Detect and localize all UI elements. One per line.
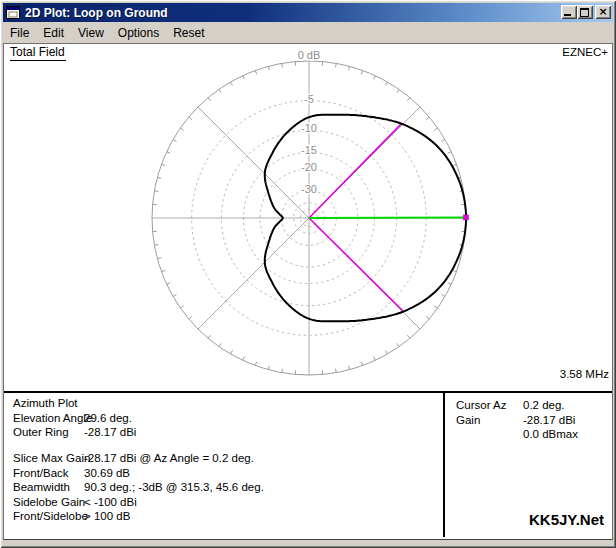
ring-tick <box>167 152 171 154</box>
ring-tick <box>349 66 350 70</box>
ring-tick <box>448 152 452 154</box>
plot-stats-divider <box>4 391 612 393</box>
stat-slice-max-gain-value: -28.17 dBi @ Az Angle = 0.2 deg. <box>84 452 254 464</box>
ring-tick <box>231 351 233 354</box>
ring-tick <box>268 66 269 70</box>
cursor-stat-gain-value: -28.17 dBi <box>523 414 575 426</box>
ring-tick <box>407 335 410 338</box>
spoke-line <box>198 107 309 218</box>
watermark-label: KK5JY.Net <box>529 511 604 528</box>
ring-tick <box>180 306 183 308</box>
ring-tick <box>219 89 221 92</box>
cursor-stat-gain: Gain-28.17 dBi <box>456 414 575 426</box>
ring-tick <box>442 295 445 297</box>
ring-tick <box>154 245 158 246</box>
ring-tick <box>189 316 192 319</box>
ring-tick <box>349 366 350 370</box>
stat-azimuth-plot: Azimuth Plot <box>13 397 84 409</box>
ring-tick <box>243 357 245 361</box>
ring-tick <box>161 164 165 165</box>
cursor-stat-cursor-az-value: 0.2 deg. <box>523 399 565 411</box>
ring-label: -15 <box>301 144 317 156</box>
cursor-stat-cursor-az: Cursor Az0.2 deg. <box>456 399 565 411</box>
ring-tick <box>336 369 337 373</box>
ring-tick <box>448 283 452 285</box>
ring-label: -10 <box>301 122 317 134</box>
ring-tick <box>386 351 388 354</box>
ring-tick <box>189 117 192 120</box>
stat-sidelobe-gain: Sidelobe Gain< -100 dBi <box>13 496 137 508</box>
ring-tick <box>282 63 283 67</box>
ring-tick <box>173 295 176 297</box>
app-name-label: EZNEC+ <box>562 46 608 58</box>
cursor-marker <box>463 215 468 220</box>
stat-beamwidth-value: 90.3 deg.; -3dB @ 315.3, 45.6 deg. <box>84 481 264 493</box>
ring-tick <box>219 343 221 346</box>
ring-tick <box>386 82 388 85</box>
stat-beamwidth-label: Beamwidth <box>13 481 84 493</box>
ring-tick <box>453 164 457 165</box>
ring-tick <box>434 128 437 130</box>
cursor-azimuth-line <box>309 217 466 218</box>
stat-front-back-value: 30.69 dB <box>84 467 130 479</box>
ring-tick <box>397 343 399 346</box>
stat-outer-ring: Outer Ring-28.17 dBi <box>13 426 136 438</box>
stat-front-back-label: Front/Back <box>13 467 84 479</box>
stat-front-back: Front/Back30.69 dB <box>13 467 130 479</box>
cursor-stat-gain-label: Gain <box>456 414 523 426</box>
ring-tick <box>397 89 399 92</box>
ring-tick <box>255 70 256 74</box>
ring-label: 0 dB <box>298 49 321 61</box>
stat-slice-max-gain-label: Slice Max Gain <box>13 452 84 464</box>
stat-front-sidelobe-value: > 100 dB <box>84 510 130 522</box>
ring-tick <box>157 258 161 259</box>
stats-cursor-divider <box>443 393 445 537</box>
ring-tick <box>180 128 183 130</box>
ring-tick <box>161 270 165 271</box>
ring-tick <box>231 82 233 85</box>
stat-outer-ring-value: -28.17 dBi <box>84 426 136 438</box>
stat-sidelobe-gain-label: Sidelobe Gain <box>13 496 84 508</box>
stat-elevation-angle-value: 29.6 deg. <box>84 412 132 424</box>
ring-tick <box>442 140 445 142</box>
stat-slice-max-gain: Slice Max Gain-28.17 dBi @ Az Angle = 0.… <box>13 452 254 464</box>
ring-tick <box>157 177 161 178</box>
stat-azimuth-plot-label: Azimuth Plot <box>13 397 84 409</box>
cursor-stat-dbmax: 0.0 dBmax <box>456 428 578 440</box>
cursor-stat-cursor-az-label: Cursor Az <box>456 399 523 411</box>
stat-outer-ring-label: Outer Ring <box>13 426 84 438</box>
ring-tick <box>173 140 176 142</box>
ring-tick <box>374 357 376 361</box>
stat-beamwidth: Beamwidth90.3 deg.; -3dB @ 315.3, 45.6 d… <box>13 481 264 493</box>
ring-tick <box>167 283 171 285</box>
ring-tick <box>361 362 362 366</box>
ring-tick <box>426 117 429 120</box>
stat-front-sidelobe-label: Front/Sidelobe <box>13 510 84 522</box>
ring-tick <box>453 270 457 271</box>
app-window: 2D Plot: Loop on Ground × File Edit View… <box>0 0 616 548</box>
cursor-stat-dbmax-value: 0.0 dBmax <box>523 428 578 440</box>
ring-tick <box>407 98 410 101</box>
ring-tick <box>361 70 362 74</box>
ring-tick <box>282 369 283 373</box>
ring-tick <box>154 191 158 192</box>
ring-label: -5 <box>304 93 314 105</box>
ring-label: -20 <box>301 161 317 173</box>
ring-label: -30 <box>301 183 317 195</box>
stat-sidelobe-gain-value: < -100 dBi <box>84 496 137 508</box>
beamwidth-line <box>309 218 403 311</box>
spoke-line <box>198 218 309 329</box>
ring-tick <box>208 335 211 338</box>
stat-elevation-angle: Elevation Angle29.6 deg. <box>13 412 132 424</box>
trace-type-label: Total Field <box>10 45 66 61</box>
ring-tick <box>268 366 269 370</box>
ring-tick <box>243 76 245 80</box>
stat-front-sidelobe: Front/Sidelobe> 100 dB <box>13 510 130 522</box>
ring-tick <box>255 362 256 366</box>
ring-tick <box>208 98 211 101</box>
ring-tick <box>434 306 437 308</box>
ring-tick <box>426 316 429 319</box>
stat-elevation-angle-label: Elevation Angle <box>13 412 84 424</box>
ring-tick <box>374 76 376 80</box>
ring-tick <box>336 63 337 67</box>
